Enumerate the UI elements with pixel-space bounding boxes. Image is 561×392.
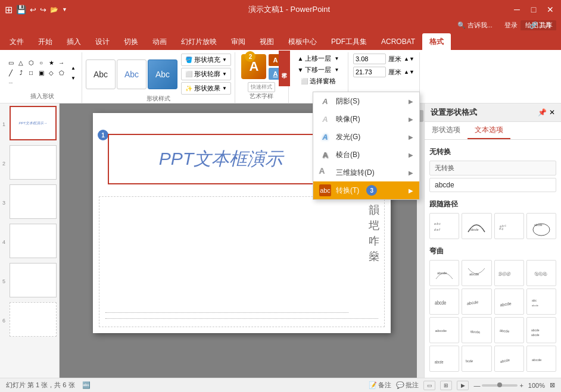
up-dropdown[interactable]: ▼ — [334, 56, 339, 61]
tab-animation[interactable]: 动画 — [145, 33, 174, 50]
tab-transition[interactable]: 切换 — [117, 33, 145, 50]
tab-design[interactable]: 设计 — [88, 33, 117, 50]
effect-dropdown-arrow[interactable]: ▼ — [222, 86, 227, 91]
tell-me-btn[interactable]: 🔍 吉诉我... — [454, 20, 496, 30]
minimize-btn[interactable]: ─ — [511, 4, 523, 15]
maximize-btn[interactable]: □ — [528, 4, 540, 15]
tab-review[interactable]: 审阅 — [224, 33, 253, 50]
warp-11[interactable]: abcde — [494, 317, 524, 343]
no-transform-btn[interactable]: 无转换 — [429, 161, 556, 175]
warp-8[interactable]: abc abcde — [526, 288, 556, 315]
move-down-btn[interactable]: ▼ 下移一层 ▼ — [295, 65, 342, 75]
notes-btn[interactable]: 📝 备注 — [369, 381, 391, 390]
width-input[interactable] — [353, 67, 386, 77]
outline-view-btn[interactable]: ⊞ — [440, 381, 452, 390]
shape-star[interactable]: ★ — [46, 58, 56, 68]
fit-btn[interactable]: ⊠ — [550, 381, 555, 389]
warp-16[interactable]: abcde — [526, 346, 556, 372]
warp-2[interactable]: abcde — [462, 260, 491, 286]
menu-transform[interactable]: abc 转换(T) 3 ▶ — [313, 181, 419, 199]
warp-3[interactable]: ⓑⓒⓓ — [494, 260, 524, 286]
tab-insert[interactable]: 插入 — [60, 33, 88, 50]
tab-format[interactable]: 格式 — [422, 33, 451, 50]
shape-curve[interactable]: ⤴ — [16, 68, 26, 78]
share-btn[interactable]: 🔗 共享 — [526, 20, 556, 30]
menu-shadow[interactable]: A 阴影(S) ▶ — [313, 92, 419, 110]
shape-arrow[interactable]: → — [57, 58, 66, 68]
slide-thumb-4[interactable] — [10, 224, 57, 258]
shape-effect-btn[interactable]: ✨ 形状效果 ▼ — [181, 82, 231, 95]
shape-line[interactable]: ╱ — [6, 68, 15, 78]
warp-12[interactable]: abcde abcde — [526, 317, 556, 343]
slide-thumb-3[interactable] — [10, 184, 57, 219]
tab-file[interactable]: 文件 — [2, 33, 31, 50]
abc-style3[interactable]: Abc — [148, 59, 177, 89]
comments-btn[interactable]: 💬 批注 — [396, 381, 419, 390]
tab-slideshow[interactable]: 幻灯片放映 — [174, 33, 224, 50]
select-pane-btn[interactable]: ⬜ 选择窗格 — [298, 76, 338, 86]
outline-dropdown-arrow[interactable]: ▼ — [222, 71, 227, 77]
transform-path-3[interactable]: a b c d e — [494, 213, 524, 239]
slide-thumb-5[interactable] — [10, 263, 57, 297]
dropdown-arrow[interactable]: ▼ — [62, 7, 67, 12]
slideshow-view-btn[interactable]: ▶ — [457, 381, 469, 390]
transform-path-2[interactable]: abcde — [462, 213, 491, 239]
tab-pdf[interactable]: PDF工具集 — [324, 33, 374, 50]
zoom-slider[interactable]: — + — [473, 382, 523, 389]
warp-10[interactable]: abcde — [462, 317, 491, 343]
menu-glow[interactable]: A 发光(G) ▶ — [313, 128, 419, 146]
text-box[interactable]: PPT文本框演示 — [108, 134, 334, 184]
tab-template[interactable]: 模板中心 — [281, 33, 324, 50]
art-word-collapse[interactable]: 艺术字样 — [279, 51, 290, 86]
login-btn[interactable]: 登录 — [501, 20, 521, 30]
down-dropdown[interactable]: ▼ — [334, 67, 339, 73]
fill-dropdown-arrow[interactable]: ▼ — [222, 57, 227, 62]
shape-diam[interactable]: ◇ — [46, 68, 56, 78]
tab-shape-options[interactable]: 形状选项 — [425, 122, 468, 139]
warp-14[interactable]: abcde — [462, 346, 491, 372]
warp-13[interactable]: abcde — [429, 346, 459, 372]
shape-circ[interactable]: ○ — [36, 58, 46, 68]
warp-6[interactable]: abcde — [462, 288, 491, 315]
tab-home[interactable]: 开始 — [31, 33, 60, 50]
shape-rect[interactable]: ▭ — [6, 58, 15, 68]
warp-5[interactable]: abcde — [429, 288, 459, 315]
slide-thumb-2[interactable] — [10, 145, 57, 180]
abcde-preview[interactable]: abcde — [429, 178, 556, 192]
menu-bevel[interactable]: A 棱台(B) ▶ — [313, 146, 419, 164]
tab-text-options[interactable]: 文本选项 — [468, 122, 510, 139]
height-input[interactable] — [353, 54, 386, 64]
width-spinner[interactable]: ▲▼ — [404, 69, 414, 75]
warp-4[interactable]: ⓑⓒⓓ — [526, 260, 556, 286]
shape-rnd[interactable]: ▣ — [36, 68, 46, 78]
menu-3drotate[interactable]: A 三维旋转(D) ▶ — [313, 164, 419, 181]
transform-path-4[interactable]: abcde — [526, 213, 556, 239]
shape-fill-btn[interactable]: 🪣 形状填充 ▼ — [181, 54, 231, 66]
shape-hex[interactable]: ⬡ — [26, 58, 36, 68]
move-up-btn[interactable]: ▲ 上移一层 ▼ — [295, 54, 342, 64]
warp-15[interactable]: abcde — [494, 346, 524, 372]
warp-9[interactable]: abcde — [429, 317, 459, 343]
more-btn[interactable]: 📂 — [50, 6, 58, 14]
panel-close[interactable]: ✕ — [549, 108, 555, 117]
transform-path-1[interactable]: a b cd e f — [429, 213, 459, 239]
warp-1[interactable]: abcde — [429, 260, 459, 286]
quick-style-btn[interactable]: 快速样式 — [248, 82, 275, 92]
zoom-handle[interactable] — [497, 382, 502, 387]
quick-save[interactable]: 💾 — [16, 5, 26, 14]
slide-thumb-6[interactable] — [10, 302, 57, 337]
abc-style2[interactable]: Abc — [117, 59, 147, 89]
abc-style1[interactable]: Abc — [86, 59, 116, 89]
panel-pin[interactable]: 📌 — [538, 108, 547, 117]
tab-acrobat[interactable]: ACROBAT — [374, 33, 422, 50]
menu-reflection[interactable]: A 映像(R) ▶ — [313, 110, 419, 128]
shape-sq[interactable]: □ — [26, 68, 36, 78]
slide-thumb-1[interactable]: PPT文本框演示→ — [10, 106, 57, 140]
close-btn[interactable]: ✕ — [544, 4, 556, 15]
height-spinner[interactable]: ▲▼ — [404, 56, 414, 62]
shape-outline-btn[interactable]: ⬜ 形状轮廓 ▼ — [181, 68, 231, 80]
spell-check-icon[interactable]: 🔤 — [82, 381, 91, 389]
shape-pent[interactable]: ⬠ — [57, 68, 66, 78]
warp-7[interactable]: abcde — [494, 288, 524, 315]
shape-tri[interactable]: △ — [16, 58, 26, 68]
